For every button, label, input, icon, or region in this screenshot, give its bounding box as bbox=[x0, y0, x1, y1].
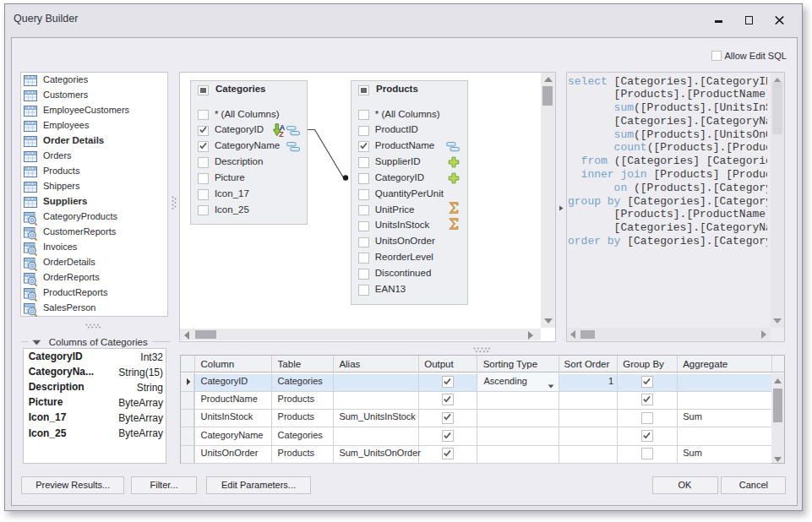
svg-text:Z: Z bbox=[279, 130, 284, 137]
